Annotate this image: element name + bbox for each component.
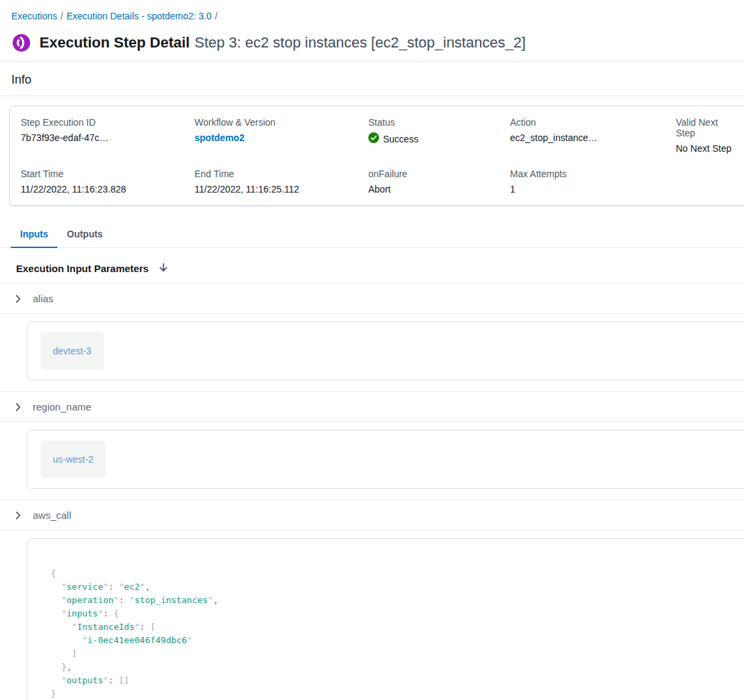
field-start-time: Start Time 11/22/2022, 11:16:23.828 xyxy=(21,168,195,195)
field-label: Status xyxy=(368,117,510,128)
field-valid-next-step: Valid Next Step No Next Step xyxy=(676,117,737,154)
field-label: End Time xyxy=(195,168,368,179)
field-value: ec2_stop_instance… xyxy=(510,132,676,143)
json-code: { "service": "ec2", "operation": "stop_i… xyxy=(51,567,734,700)
field-label: Valid Next Step xyxy=(676,117,737,138)
expander-alias[interactable]: alias xyxy=(0,283,744,313)
divider xyxy=(0,96,744,96)
expander-label: region_name xyxy=(33,401,92,413)
workflow-link[interactable]: spotdemo2 xyxy=(195,132,245,143)
field-label: Workflow & Version xyxy=(195,117,368,128)
field-end-time: End Time 11/22/2022, 11:16:25.112 xyxy=(195,168,368,195)
tab-inputs[interactable]: Inputs xyxy=(11,221,57,248)
panel-alias: devtest-3 xyxy=(27,322,744,380)
field-max-attempts: Max Attempts 1 xyxy=(510,168,676,195)
divider xyxy=(0,530,744,530)
tab-outputs[interactable]: Outputs xyxy=(57,221,112,248)
field-label: Max Attempts xyxy=(510,168,676,179)
breadcrumb-separator: / xyxy=(60,11,63,21)
params-header: Execution Input Parameters xyxy=(0,248,744,283)
expander-aws-call[interactable]: aws_call xyxy=(0,500,744,530)
field-label: Action xyxy=(510,117,676,128)
breadcrumb-link-executions[interactable]: Executions xyxy=(11,11,57,21)
breadcrumb-separator: / xyxy=(215,11,218,21)
field-workflow-version: Workflow & Version spotdemo2 xyxy=(195,117,368,154)
expander-region-name[interactable]: region_name xyxy=(0,392,744,421)
page-title: Execution Step Detail xyxy=(39,34,190,51)
field-value: 11/22/2022, 11:16:25.112 xyxy=(195,184,368,195)
field-action: Action ec2_stop_instance… xyxy=(510,117,676,154)
status-badge: Success xyxy=(368,132,510,145)
expander-label: alias xyxy=(33,293,53,304)
page-header: Execution Step DetailStep 3: ec2 stop in… xyxy=(0,24,744,61)
app-logo-icon xyxy=(11,33,31,53)
field-value: 11/22/2022, 11:16:23.828 xyxy=(21,184,195,195)
info-grid: Step Execution ID 7b73f93e-edaf-47c… Wor… xyxy=(21,117,737,195)
chevron-right-icon xyxy=(13,294,23,304)
field-value: Abort xyxy=(368,184,510,195)
breadcrumb: Executions/Execution Details - spotdemo2… xyxy=(0,0,744,24)
chevron-right-icon xyxy=(13,402,23,412)
status-text: Success xyxy=(383,134,418,144)
panel-region-name: us-west-2 xyxy=(27,430,744,489)
panel-aws-call: { "service": "ec2", "operation": "stop_i… xyxy=(27,538,744,700)
field-status: Status Success xyxy=(368,117,510,154)
expander-label: aws_call xyxy=(33,509,72,521)
success-icon xyxy=(368,132,379,145)
page-subtitle: Step 3: ec2 stop instances [ec2_stop_ins… xyxy=(195,34,525,51)
field-value: 7b73f93e-edaf-47c… xyxy=(21,132,195,143)
divider xyxy=(0,313,744,314)
divider xyxy=(0,421,744,422)
chevron-right-icon xyxy=(13,511,23,520)
download-icon[interactable] xyxy=(158,263,169,274)
params-title: Execution Input Parameters xyxy=(16,263,148,274)
info-heading: Info xyxy=(0,62,744,96)
chip-region-value[interactable]: us-west-2 xyxy=(41,441,106,478)
field-label: Start Time xyxy=(21,168,195,179)
chip-alias-value[interactable]: devtest-3 xyxy=(41,332,104,370)
field-label: onFailure xyxy=(368,168,510,179)
field-label: Step Execution ID xyxy=(21,117,195,128)
field-empty xyxy=(676,168,737,195)
field-step-execution-id: Step Execution ID 7b73f93e-edaf-47c… xyxy=(21,117,195,154)
info-card: Step Execution ID 7b73f93e-edaf-47c… Wor… xyxy=(9,106,744,206)
breadcrumb-link-execution-details[interactable]: Execution Details - spotdemo2: 3.0 xyxy=(66,11,211,21)
field-onfailure: onFailure Abort xyxy=(368,168,510,195)
tabs: Inputs Outputs xyxy=(0,221,744,248)
field-value: No Next Step xyxy=(676,143,737,154)
field-value: 1 xyxy=(510,184,676,195)
